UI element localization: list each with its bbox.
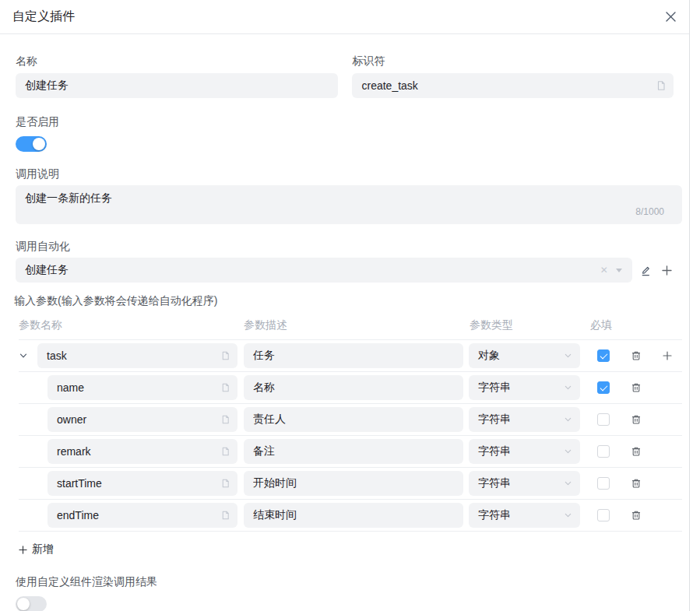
delete-row-button[interactable]	[630, 381, 642, 394]
required-checkbox[interactable]	[597, 381, 610, 394]
param-row: 字符串	[19, 404, 682, 436]
automation-select[interactable]: 创建任务 ✕	[16, 258, 632, 283]
document-icon	[220, 351, 230, 361]
param-desc-input[interactable]	[244, 471, 463, 496]
required-checkbox[interactable]	[597, 509, 610, 521]
document-icon	[220, 415, 230, 425]
add-automation-button[interactable]	[660, 263, 674, 277]
param-name-input[interactable]	[47, 503, 237, 528]
name-identifier-row: 名称 标识符	[16, 55, 674, 98]
enabled-label: 是否启用	[16, 116, 674, 127]
trash-icon	[631, 510, 642, 521]
dialog-header: 自定义插件	[0, 0, 689, 34]
chevron-down-icon	[564, 511, 572, 520]
render-result-label: 使用自定义组件渲染调用结果	[16, 576, 674, 587]
param-desc-input[interactable]	[244, 375, 463, 400]
param-name-input[interactable]	[47, 471, 237, 496]
header-param-type: 参数类型	[470, 318, 590, 332]
chevron-down-icon	[564, 448, 572, 456]
param-row: 字符串	[19, 436, 682, 468]
description-label: 调用说明	[16, 168, 674, 179]
required-checkbox[interactable]	[597, 413, 610, 426]
required-checkbox[interactable]	[597, 477, 610, 490]
plus-icon	[662, 265, 672, 276]
pencil-icon	[640, 265, 652, 276]
param-desc-input[interactable]	[244, 343, 463, 368]
render-result-toggle[interactable]	[16, 596, 47, 611]
required-checkbox[interactable]	[597, 445, 610, 458]
param-name-input[interactable]	[47, 375, 237, 400]
delete-row-button[interactable]	[630, 509, 642, 521]
expand-chevron-icon[interactable]	[19, 351, 37, 360]
document-icon	[656, 80, 667, 91]
param-type-select[interactable]: 对象	[469, 343, 580, 368]
close-button[interactable]	[663, 9, 678, 25]
add-child-param-button[interactable]	[661, 349, 674, 362]
automation-label: 调用自动化	[16, 241, 674, 251]
enabled-toggle[interactable]	[16, 136, 47, 152]
chevron-down-icon	[564, 384, 572, 392]
description-textarea[interactable]	[16, 185, 682, 224]
header-param-required: 必填	[590, 318, 674, 332]
document-icon	[220, 383, 230, 393]
param-name-input[interactable]	[47, 407, 237, 432]
param-desc-input[interactable]	[244, 439, 463, 464]
param-row: 字符串	[19, 372, 682, 404]
param-name-input[interactable]	[37, 343, 237, 368]
trash-icon	[631, 414, 642, 425]
document-icon	[220, 511, 230, 521]
chevron-down-icon	[564, 352, 572, 360]
dialog-title: 自定义插件	[12, 9, 75, 25]
param-type-select[interactable]: 字符串	[469, 375, 580, 400]
delete-row-button[interactable]	[630, 349, 642, 362]
params-table-header: 参数名称 参数描述 参数类型 必填	[16, 318, 674, 332]
caret-down-icon	[616, 269, 622, 272]
plugin-name-input[interactable]	[16, 73, 338, 98]
toggle-knob	[17, 598, 30, 610]
param-type-select[interactable]: 字符串	[469, 439, 580, 464]
param-row: 字符串	[19, 468, 682, 500]
automation-selected-value: 创建任务	[25, 263, 69, 277]
trash-icon	[631, 382, 642, 393]
name-label: 名称	[16, 55, 338, 66]
trash-icon	[631, 446, 642, 457]
edit-automation-button[interactable]	[639, 263, 653, 277]
param-type-select[interactable]: 字符串	[469, 503, 580, 528]
params-section-label: 输入参数(输入参数将会传递给自动化程序)	[14, 295, 674, 306]
clear-icon[interactable]: ✕	[600, 265, 608, 275]
param-row: 字符串	[19, 500, 682, 532]
param-desc-input[interactable]	[244, 407, 463, 432]
chevron-down-icon	[564, 479, 572, 488]
close-icon	[665, 11, 677, 23]
identifier-input[interactable]	[352, 73, 674, 98]
header-param-name: 参数名称	[19, 318, 244, 332]
param-row: 对象	[19, 340, 682, 372]
plus-icon	[663, 351, 672, 360]
toggle-knob	[33, 138, 45, 150]
char-counter: 8/1000	[635, 206, 664, 217]
header-param-desc: 参数描述	[244, 318, 470, 332]
delete-row-button[interactable]	[630, 445, 642, 458]
delete-row-button[interactable]	[630, 413, 642, 426]
custom-plugin-dialog: 自定义插件 名称 标识符	[0, 0, 690, 611]
document-icon	[220, 479, 230, 489]
trash-icon	[631, 478, 642, 489]
param-type-select[interactable]: 字符串	[469, 407, 580, 432]
required-checkbox[interactable]	[597, 349, 610, 362]
delete-row-button[interactable]	[630, 477, 642, 490]
param-type-select[interactable]: 字符串	[469, 471, 580, 496]
param-desc-input[interactable]	[244, 503, 463, 528]
trash-icon	[631, 350, 642, 361]
document-icon	[220, 447, 230, 457]
add-param-button[interactable]: 新增	[19, 543, 54, 557]
param-name-input[interactable]	[47, 439, 237, 464]
plus-icon	[19, 546, 27, 554]
params-table: 对象	[19, 339, 682, 532]
identifier-label: 标识符	[352, 55, 674, 66]
dialog-body: 名称 标识符 是否启用	[0, 55, 689, 611]
chevron-down-icon	[564, 416, 572, 424]
